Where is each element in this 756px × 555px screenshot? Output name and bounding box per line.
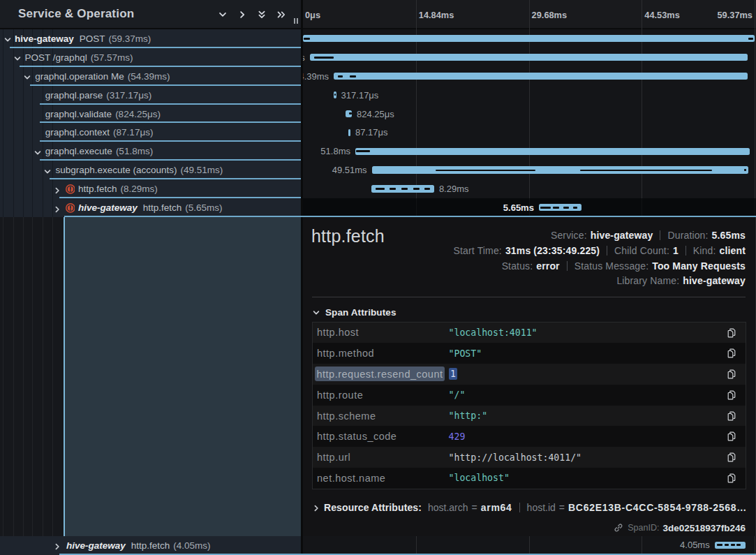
span-tree-row[interactable]: graphql.validate(824.25μs): [0, 105, 301, 124]
timeline-span-row[interactable]: 5.65ms: [303, 198, 756, 217]
meta-value: error: [536, 260, 559, 272]
chevron-right-icon[interactable]: [53, 204, 61, 212]
span-bar[interactable]: [303, 35, 755, 42]
bar-duration-label: 51.8ms: [320, 142, 350, 161]
chevron-down-icon[interactable]: [13, 53, 22, 61]
span-id-value: 3de02518937fb246: [662, 523, 746, 533]
span-attributes-table: http.host"localhost:4011" http.method"PO…: [312, 322, 746, 489]
error-icon: [66, 203, 75, 213]
attribute-row[interactable]: http.url"http://localhost:4011/": [313, 447, 746, 468]
meta-label: Service:: [551, 230, 587, 241]
expand-one-icon[interactable]: [237, 10, 247, 20]
attribute-key: http.method: [317, 348, 374, 359]
bottom-span-row[interactable]: hive-gatewayhttp.fetch(4.05ms): [0, 536, 301, 555]
timeline-ruler: 0μs14.84ms29.68ms44.53ms59.37ms: [303, 0, 756, 29]
span-bar[interactable]: [355, 148, 750, 155]
resource-value: arm64: [481, 502, 512, 513]
timeline-span-row[interactable]: 49.51ms: [303, 161, 756, 179]
span-bar[interactable]: [334, 91, 336, 98]
attribute-value: "/": [449, 390, 466, 400]
meta-value: Too Many Requests: [652, 260, 746, 272]
timeline-span-row[interactable]: 59.37ms: [303, 29, 756, 48]
attribute-row[interactable]: http.method"POST": [313, 343, 746, 364]
bar-duration-label: 49.51ms: [332, 161, 367, 179]
attribute-row[interactable]: http.host"localhost:4011": [313, 323, 746, 343]
timeline-span-row[interactable]: 317.17μs: [303, 86, 756, 105]
attribute-row[interactable]: net.host.name"localhost": [313, 468, 746, 489]
timeline-span-row[interactable]: 4.05ms: [303, 536, 756, 555]
collapse-all-icon[interactable]: [257, 10, 267, 20]
bar-child-marker: [731, 544, 735, 546]
span-tree-row[interactable]: graphql.context(87.17μs): [0, 124, 301, 142]
bar-child-marker: [390, 188, 396, 190]
span-service-name: hive-gateway: [15, 34, 74, 44]
bar-child-marker: [436, 170, 536, 171]
copy-icon[interactable]: [727, 369, 736, 379]
span-tree-row[interactable]: graphql.parse(317.17μs): [0, 86, 301, 105]
copy-icon[interactable]: [727, 452, 736, 462]
span-bar[interactable]: [348, 129, 350, 136]
span-attributes-header[interactable]: Span Attributes: [312, 307, 396, 318]
bar-child-marker: [376, 188, 385, 190]
span-duration: (87.17μs): [113, 127, 153, 138]
span-tree-row[interactable]: http.fetch(8.29ms): [0, 179, 301, 198]
span-bar[interactable]: [310, 54, 748, 61]
span-tree-header: Service & Operation: [0, 0, 301, 29]
span-tree-row[interactable]: subgraph.execute (accounts)(49.51ms): [0, 161, 301, 179]
copy-icon[interactable]: [727, 348, 736, 358]
copy-icon[interactable]: [727, 431, 736, 441]
chevron-right-icon[interactable]: [53, 541, 61, 549]
span-tree-row[interactable]: graphql.execute(51.8ms): [0, 142, 301, 161]
chevron-down-icon[interactable]: [43, 166, 52, 175]
timeline-span-row[interactable]: 57.57ms: [303, 48, 756, 67]
bar-duration-label: 57.57ms: [303, 48, 305, 67]
attribute-row[interactable]: http.scheme"http:": [313, 406, 746, 427]
span-bar[interactable]: [346, 110, 352, 117]
copy-icon[interactable]: [727, 390, 736, 400]
span-bar[interactable]: [334, 73, 748, 80]
collapse-one-icon[interactable]: [218, 10, 228, 20]
bar-child-marker: [553, 207, 559, 209]
detail-divider: [312, 297, 746, 297]
timeline-span-row[interactable]: 54.39ms: [303, 67, 756, 86]
bar-child-marker: [413, 188, 420, 190]
copy-icon[interactable]: [727, 328, 736, 338]
copy-icon[interactable]: [727, 411, 736, 421]
span-tree-row[interactable]: hive-gatewayPOST(59.37ms): [0, 29, 301, 48]
chevron-down-icon[interactable]: [34, 147, 42, 156]
copy-icon[interactable]: [727, 473, 736, 483]
span-operation-name: subgraph.execute (accounts): [55, 165, 177, 175]
meta-label: Duration:: [667, 230, 708, 241]
resource-attributes-row[interactable]: Resource Attributes:host.arch=arm64host.…: [312, 500, 747, 515]
span-service-name: hive-gateway: [78, 202, 138, 213]
chevron-right-icon[interactable]: [53, 185, 61, 193]
span-bar[interactable]: [371, 185, 434, 192]
span-tree-row[interactable]: POST /graphql(57.57ms): [0, 48, 301, 67]
span-tree-row[interactable]: graphql.operation Me(54.39ms): [0, 67, 301, 86]
ruler-tick: 14.84ms: [419, 0, 454, 29]
indent-guide-line: [23, 217, 24, 536]
bottom-row-underline: [64, 554, 756, 555]
span-tree-row[interactable]: hive-gatewayhttp.fetch(5.65ms): [0, 198, 301, 217]
span-operation-name: graphql.parse: [45, 90, 103, 101]
timeline-span-row[interactable]: 824.25μs: [303, 105, 756, 124]
bottom-span-bar-row: 4.05ms: [303, 536, 756, 555]
span-tree-rows: hive-gatewayPOST(59.37ms)POST /graphql(5…: [0, 29, 301, 217]
expand-all-icon[interactable]: [276, 10, 286, 20]
chevron-down-icon[interactable]: [23, 72, 31, 80]
attribute-row[interactable]: http.request.resend_count1: [313, 364, 746, 385]
column-resizer-grip[interactable]: [294, 18, 299, 24]
span-operation-name: graphql.validate: [45, 109, 112, 119]
timeline-span-row[interactable]: 51.8ms: [303, 142, 756, 161]
span-bar[interactable]: [539, 204, 582, 211]
meta-value: hive-gateway: [591, 230, 653, 241]
timeline-span-row[interactable]: 8.29ms: [303, 179, 756, 198]
timeline-span-row[interactable]: 87.17μs: [303, 124, 756, 142]
chevron-down-icon[interactable]: [3, 34, 12, 43]
attribute-row[interactable]: http.status_code429: [313, 426, 746, 447]
bar-duration-label: 8.29ms: [439, 179, 469, 198]
span-bar[interactable]: [715, 542, 746, 549]
attribute-key: http.route: [317, 390, 363, 401]
attribute-row[interactable]: http.route"/": [313, 385, 746, 406]
span-bar[interactable]: [372, 166, 749, 173]
